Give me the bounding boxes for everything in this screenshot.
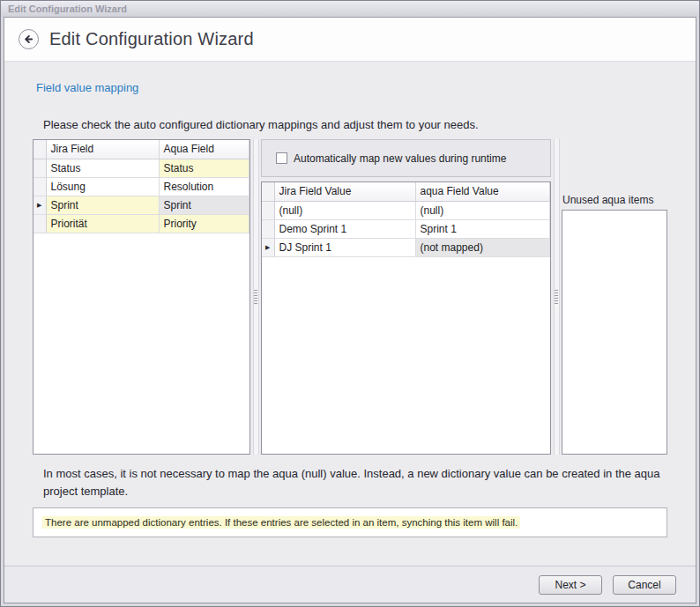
unused-aqua-items-label: Unused aqua items [562, 194, 667, 206]
footer-bar: Next > Cancel [4, 566, 696, 603]
cancel-button[interactable]: Cancel [613, 575, 676, 595]
column-header[interactable]: aqua Field Value [415, 182, 550, 201]
window-title: Edit Configuration Wizard [8, 4, 127, 14]
splitter-grip-icon [555, 290, 558, 305]
unused-items-column: Unused aqua items [562, 139, 667, 455]
table-cell[interactable]: Demo Sprint 1 [274, 219, 415, 238]
edit-configuration-wizard-window: Edit Configuration Wizard Edit Configura… [0, 0, 700, 607]
row-selector-header[interactable] [262, 182, 274, 201]
table-row: ▶DJ Sprint 1(not mapped) [262, 238, 550, 256]
row-selector[interactable] [262, 201, 274, 219]
wizard-header: Edit Configuration Wizard [4, 18, 696, 62]
table-cell[interactable]: Sprint [159, 196, 249, 214]
note-text: In most cases, it is not necessary to ma… [43, 465, 660, 500]
splitter-grip-icon [254, 290, 257, 305]
auto-map-checkbox[interactable] [276, 152, 287, 164]
field-mapping-grid-box: Jira FieldAqua FieldStatusStatusLösungRe… [33, 139, 250, 455]
table-row: (null)(null) [262, 201, 550, 219]
back-arrow-icon [23, 33, 34, 45]
table-row: PrioritätPriority [34, 214, 249, 233]
row-selector[interactable] [34, 214, 46, 233]
table-cell[interactable]: Priorität [46, 214, 159, 233]
column-header[interactable]: Jira Field Value [274, 182, 415, 201]
column-header[interactable]: Jira Field [46, 140, 159, 159]
table-cell[interactable]: Resolution [159, 177, 249, 196]
table-row: Demo Sprint 1Sprint 1 [262, 219, 550, 238]
unused-aqua-items-list[interactable] [562, 210, 667, 455]
value-mapping-table: Jira Field Valueaqua Field Value(null)(n… [262, 182, 550, 257]
page-title: Edit Configuration Wizard [49, 29, 254, 49]
table-cell[interactable]: DJ Sprint 1 [274, 238, 415, 256]
row-selector[interactable] [34, 159, 46, 177]
table-cell[interactable]: Status [159, 159, 249, 177]
table-cell[interactable]: (not mapped) [415, 238, 550, 256]
splitter-left-track [253, 139, 259, 455]
row-selector[interactable] [34, 177, 46, 196]
mapping-panels: Jira FieldAqua FieldStatusStatusLösungRe… [33, 139, 667, 455]
auto-map-checkbox-label[interactable]: Automatically map new values during runt… [294, 152, 506, 165]
value-mapping-column: Automatically map new values during runt… [261, 139, 551, 455]
client-area: Edit Configuration Wizard Field value ma… [4, 17, 696, 603]
window-titlebar[interactable]: Edit Configuration Wizard [1, 1, 699, 17]
instruction-text: Please check the auto configured diction… [43, 118, 667, 131]
back-button[interactable] [19, 29, 39, 49]
splitter-left[interactable] [250, 139, 261, 455]
current-row-marker-icon[interactable]: ▶ [262, 238, 274, 256]
next-button[interactable]: Next > [539, 575, 602, 595]
splitter-right[interactable] [551, 139, 562, 455]
table-cell[interactable]: Priority [159, 214, 249, 233]
table-cell[interactable]: (null) [274, 201, 415, 219]
content-area: Field value mapping Please check the aut… [4, 62, 696, 566]
table-row: ▶SprintSprint [34, 196, 249, 214]
warning-box: There are unmapped dictionary entries. I… [33, 507, 667, 537]
table-cell[interactable]: Status [46, 159, 159, 177]
table-row: LösungResolution [34, 177, 249, 196]
row-selector-header[interactable] [34, 140, 46, 159]
table-cell[interactable]: (null) [415, 201, 550, 219]
row-selector[interactable] [262, 219, 274, 238]
table-cell[interactable]: Lösung [46, 177, 159, 196]
field-mapping-table: Jira FieldAqua FieldStatusStatusLösungRe… [34, 140, 249, 233]
table-cell[interactable]: Sprint [46, 196, 159, 214]
auto-map-panel: Automatically map new values during runt… [261, 139, 551, 177]
splitter-right-track [554, 139, 560, 455]
current-row-marker-icon[interactable]: ▶ [34, 196, 46, 214]
warning-text: There are unmapped dictionary entries. I… [42, 516, 520, 529]
column-header[interactable]: Aqua Field [159, 140, 249, 159]
table-cell[interactable]: Sprint 1 [415, 219, 550, 238]
section-title: Field value mapping [36, 81, 667, 94]
value-mapping-grid-box: Jira Field Valueaqua Field Value(null)(n… [261, 181, 551, 455]
table-row: StatusStatus [34, 159, 249, 177]
